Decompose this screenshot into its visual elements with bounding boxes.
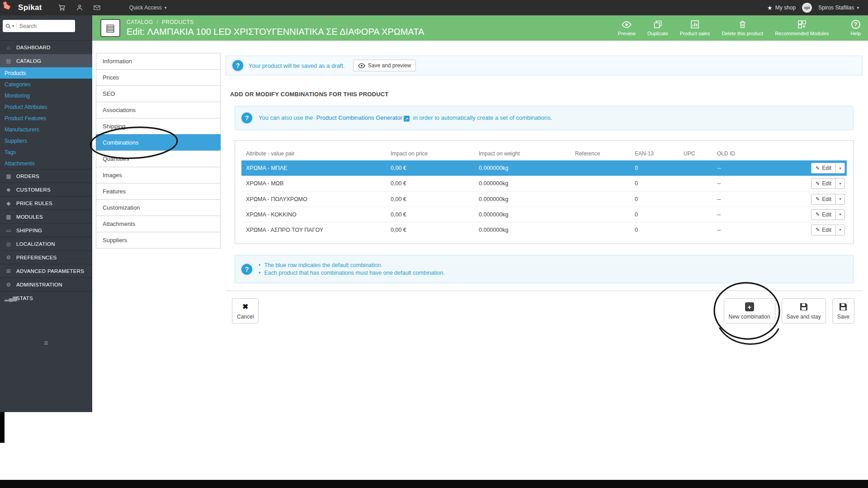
my-shop-link[interactable]: ★ My shop — [767, 5, 796, 11]
table-header-row: Attribute - value pair Impact on price I… — [241, 147, 847, 160]
tab-associations[interactable]: Associations — [96, 102, 221, 118]
search-scope-button[interactable]: ▾ — [5, 23, 17, 29]
save-button[interactable]: Save — [832, 298, 854, 324]
page-header: ▤ CATALOG / PRODUCTS Edit: ΛΑΜΠΑΚΙΑ 100 … — [92, 15, 868, 41]
tab-attachments[interactable]: Attachments — [96, 216, 221, 232]
sidebar-item-monitoring[interactable]: Monitoring — [0, 90, 92, 101]
edit-button[interactable]: ✎Edit ▾ — [811, 178, 845, 189]
preview-button[interactable]: Preview — [618, 20, 636, 36]
page-title: Edit: ΛΑΜΠΑΚΙΑ 100 LED ΧΡΙΣΤΟΥΓΕΝΝΙΑΤΙΚΑ… — [127, 27, 424, 37]
orders-icon: ▦ — [5, 173, 13, 179]
tab-prices[interactable]: Prices — [96, 69, 221, 86]
edit-dropdown-caret[interactable]: ▾ — [836, 178, 844, 188]
generator-note-before: You can also use the — [259, 114, 313, 121]
edit-dropdown-caret[interactable]: ▾ — [836, 194, 844, 204]
tab-images[interactable]: Images — [96, 167, 221, 183]
sidebar-item-dashboard[interactable]: ⌂ DASHBOARD — [0, 40, 92, 54]
cancel-button[interactable]: ✖ Cancel — [232, 298, 259, 324]
table-row: ΧΡΩΜΑ - ΚΟΚΚΙΝΟ 0,00 € 0.000000kg 0 -- ✎… — [241, 206, 847, 222]
breadcrumb-catalog[interactable]: CATALOG — [127, 19, 153, 25]
edit-dropdown-caret[interactable]: ▾ — [836, 210, 844, 220]
floppy-icon — [839, 302, 848, 311]
sidebar-item-advanced-parameters[interactable]: ⊞ ADVANCED PARAMETERS — [0, 264, 92, 277]
sidebar-item-shipping[interactable]: ▭ SHIPPING — [0, 223, 92, 237]
mail-icon[interactable] — [94, 5, 100, 10]
sidebar-item-tags[interactable]: Tags — [0, 146, 92, 158]
breadcrumb-products[interactable]: PRODUCTS — [162, 19, 194, 25]
search-input[interactable] — [19, 23, 63, 29]
sidebar-item-localization[interactable]: ◎ LOCALIZATION — [0, 237, 92, 250]
sidebar-item-preferences[interactable]: ⚙ PREFERENCES — [0, 250, 92, 264]
sidebar-item-price-rules[interactable]: ◆ PRICE RULES — [0, 196, 92, 210]
edit-dropdown-caret[interactable]: ▾ — [836, 163, 844, 173]
col-impact-price: Impact on price — [391, 150, 479, 157]
cart-icon[interactable] — [58, 5, 66, 11]
sidebar-item-modules[interactable]: ▩ MODULES — [0, 210, 92, 223]
help-button[interactable]: ? Help — [850, 20, 861, 36]
search-icon — [5, 23, 11, 29]
sidebar-item-categories[interactable]: Categories — [0, 79, 92, 90]
product-tabs: Information Prices SEO Associations Ship… — [96, 53, 221, 249]
collapse-menu-icon[interactable]: ≡ — [0, 339, 92, 348]
recommended-modules-button[interactable]: Recommended Modules — [775, 20, 829, 36]
gear-icon: ⚙ — [5, 282, 13, 288]
delete-product-button[interactable]: Delete this product — [722, 20, 763, 36]
eye-icon — [358, 63, 365, 68]
tab-quantities[interactable]: Quantities — [96, 150, 221, 167]
sidebar-item-suppliers[interactable]: Suppliers — [0, 135, 92, 146]
settings-grid-icon: ⊞ — [5, 268, 13, 274]
col-impact-weight: Impact on weight — [479, 150, 575, 157]
tab-seo[interactable]: SEO — [96, 85, 221, 102]
pencil-icon: ✎ — [816, 165, 820, 171]
catalog-submenu: Products Categories Monitoring Product A… — [0, 67, 92, 169]
user-menu[interactable]: Spiros Stafilias ▾ — [818, 5, 859, 11]
caret-down-icon: ▾ — [165, 6, 167, 10]
col-old-id: OLD ID — [717, 150, 785, 157]
annotation-tail — [720, 328, 778, 344]
tab-customization[interactable]: Customization — [96, 199, 221, 216]
edit-dropdown-caret[interactable]: ▾ — [836, 225, 844, 235]
sidebar-item-administration[interactable]: ⚙ ADMINISTRATION — [0, 277, 92, 291]
tab-features[interactable]: Features — [96, 183, 221, 200]
edit-button[interactable]: ✎Edit ▾ — [811, 194, 845, 205]
sidebar-search: ▾ — [3, 20, 75, 32]
home-icon: ⌂ — [5, 44, 13, 51]
product-combinations-generator-link[interactable]: Product Combinations Generator↗ — [316, 114, 410, 121]
new-combination-button[interactable]: + New combination — [724, 298, 775, 324]
table-row: ΧΡΩΜΑ - ΠΟΛΥΧΡΩΜΟ 0,00 € 0.000000kg 0 --… — [241, 191, 847, 206]
customer-icon[interactable] — [76, 5, 83, 11]
sidebar-item-manufacturers[interactable]: Manufacturers — [0, 124, 92, 135]
section-title: ADD OR MODIFY COMBINATIONS FOR THIS PROD… — [230, 91, 863, 98]
shop-logo[interactable]: Spikat — [18, 3, 42, 12]
sidebar-item-product-features[interactable]: Product Features — [0, 113, 92, 124]
tab-information[interactable]: Information — [96, 53, 221, 70]
avatar[interactable]: spi — [802, 3, 812, 13]
save-and-stay-button[interactable]: Save and stay — [782, 298, 826, 324]
duplicate-button[interactable]: Duplicate — [647, 20, 668, 36]
cancel-x-icon: ✖ — [242, 302, 248, 311]
save-and-preview-button[interactable]: Save and preview — [353, 60, 416, 71]
sidebar-item-customers[interactable]: ☻ CUSTOMERS — [0, 183, 92, 196]
edit-button[interactable]: ✎Edit ▾ — [811, 163, 845, 174]
sidebar-item-attachments[interactable]: Attachments — [0, 158, 92, 169]
product-sales-button[interactable]: Product sales — [680, 20, 710, 36]
note-line-1: The blue row indicates the default combi… — [259, 262, 445, 268]
quick-access-menu[interactable]: Quick Access ▾ — [129, 5, 167, 11]
tab-combinations[interactable]: Combinations — [96, 134, 221, 151]
edit-button[interactable]: ✎Edit ▾ — [811, 209, 845, 220]
breadcrumb-separator: / — [156, 19, 158, 25]
stats-bars-icon: ▂▄▆ — [5, 295, 13, 301]
sidebar-item-products[interactable]: Products — [0, 67, 92, 79]
edit-button[interactable]: ✎Edit ▾ — [811, 225, 845, 235]
tab-suppliers[interactable]: Suppliers — [96, 232, 221, 249]
quick-access-label: Quick Access — [129, 5, 162, 11]
table-row: ΧΡΩΜΑ - ΜΠΛΕ 0,00 € 0.000000kg 0 -- ✎Edi… — [241, 160, 847, 176]
product-book-icon: ▤ — [100, 19, 120, 37]
external-link-icon: ↗ — [404, 116, 410, 122]
sidebar-item-stats[interactable]: ▂▄▆ STATS — [0, 291, 92, 305]
sidebar-item-catalog[interactable]: ▤ CATALOG — [0, 54, 92, 67]
sidebar-item-product-attributes[interactable]: Product Attributes — [0, 101, 92, 113]
main-content: ? Your product will be saved as a draft.… — [226, 56, 863, 324]
tab-shipping[interactable]: Shipping — [96, 118, 221, 135]
sidebar-item-orders[interactable]: ▦ ORDERS — [0, 169, 92, 183]
